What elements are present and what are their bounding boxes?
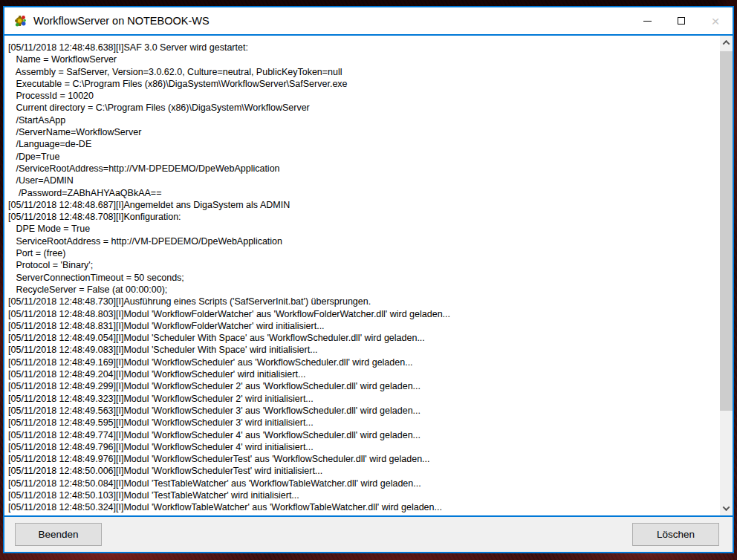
desktop-background: WorkflowServer on NOTEBOOK-WS × [05/11/2… [0,0,737,560]
minimize-button[interactable] [630,7,664,34]
scrollbar-thumb[interactable] [720,51,733,411]
maximize-icon [678,17,685,25]
beenden-button[interactable]: Beenden [15,523,102,546]
scroll-up-button[interactable] [720,36,733,49]
close-icon: × [711,14,719,28]
caption-buttons: × [630,7,733,34]
app-window: WorkflowServer on NOTEBOOK-WS × [05/11/2… [3,6,734,553]
chevron-down-icon [723,504,730,511]
chevron-up-icon [723,40,730,48]
minimize-icon [643,21,652,22]
close-button[interactable]: × [698,7,733,34]
log-panel: [05/11/2018 12:48:48.638][I]SAF 3.0 Serv… [4,34,733,517]
window-title: WorkflowServer on NOTEBOOK-WS [33,15,210,27]
app-icon [14,15,27,27]
titlebar[interactable]: WorkflowServer on NOTEBOOK-WS × [4,7,733,34]
log-textbox[interactable]: [05/11/2018 12:48:48.638][I]SAF 3.0 Serv… [4,36,720,515]
vertical-scrollbar[interactable] [720,36,733,515]
bottom-button-panel: Beenden Löschen [4,517,733,552]
loeschen-button[interactable]: Löschen [632,523,719,546]
maximize-button[interactable] [664,7,698,34]
scroll-down-button[interactable] [720,502,733,515]
